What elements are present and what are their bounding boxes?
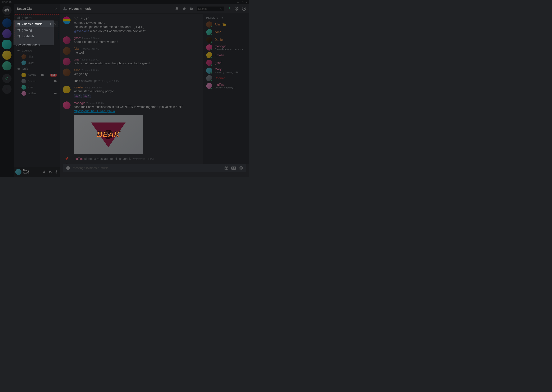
- inbox-icon[interactable]: [227, 7, 232, 11]
- gear-icon[interactable]: [54, 170, 58, 174]
- add-server-button[interactable]: +: [2, 84, 12, 94]
- avatar[interactable]: [63, 58, 71, 65]
- message-author[interactable]: moongirl: [74, 101, 85, 105]
- app-brand: DISCORD: [1, 1, 12, 3]
- voice-user-name: Katelin: [28, 73, 36, 77]
- system-author[interactable]: fiona: [74, 79, 80, 83]
- message-input-box[interactable]: GIF: [63, 164, 246, 172]
- avatar: [22, 85, 26, 90]
- reaction-count: 3: [88, 95, 89, 98]
- message-input[interactable]: [73, 166, 222, 170]
- member-item[interactable]: Allan 👑: [205, 21, 248, 28]
- status-indicator: [211, 56, 213, 59]
- member-item[interactable]: Conner: [205, 74, 248, 82]
- members-icon[interactable]: [189, 7, 194, 11]
- search-input[interactable]: [198, 7, 220, 10]
- reaction[interactable]: 👾3: [83, 94, 91, 98]
- avatar: [22, 61, 26, 65]
- message-text: the last couple eps made me so emotional…: [74, 25, 200, 29]
- message-author[interactable]: Allan: [74, 47, 80, 50]
- member-item[interactable]: muffinsListening to Spotify ▸: [205, 82, 248, 90]
- avatar[interactable]: [63, 16, 71, 24]
- voice-channels-category[interactable]: VOICE CHANNELS: [15, 41, 58, 48]
- system-text: showed up!: [80, 79, 97, 83]
- window-close-icon[interactable]: ✕: [246, 1, 248, 3]
- mute-icon[interactable]: [42, 170, 46, 174]
- invite-icon[interactable]: [50, 23, 52, 26]
- server-header[interactable]: Space City: [14, 4, 60, 14]
- voice-channel-lounge[interactable]: Lounge: [15, 48, 58, 54]
- member-item[interactable]: fiona: [205, 28, 248, 36]
- avatar[interactable]: [63, 69, 71, 76]
- chevron-down-icon: [16, 44, 18, 46]
- search-icon: [220, 7, 223, 10]
- text-channel-gaming[interactable]: gaming: [15, 27, 58, 33]
- channel-label: food-fails: [22, 35, 34, 38]
- attach-icon[interactable]: [66, 166, 70, 170]
- window-minimize-icon[interactable]: —: [237, 1, 240, 3]
- avatar[interactable]: [63, 101, 71, 109]
- help-icon[interactable]: [242, 7, 246, 11]
- system-author[interactable]: muffins: [74, 157, 83, 161]
- member-activity: Streaming Drawing ᓚᘏᗢ: [215, 71, 239, 74]
- avatar[interactable]: [63, 36, 71, 44]
- server-item-selected[interactable]: [2, 40, 12, 49]
- message-author[interactable]: gnarf: [74, 58, 80, 61]
- voice-user[interactable]: fiona: [15, 84, 58, 90]
- message-author[interactable]: Katelin: [74, 86, 83, 89]
- message-link[interactable]: https://youtu.be/OiDx6aQ928o: [74, 110, 115, 113]
- embed-title: BEAK: [97, 130, 120, 139]
- emoji-icon[interactable]: [239, 166, 243, 170]
- home-button[interactable]: [2, 6, 12, 15]
- chat-header: videos-n-music: [60, 4, 249, 14]
- member-item[interactable]: Katelin: [205, 51, 248, 59]
- member-item[interactable]: MaryStreaming Drawing ᓚᘏᗢ: [205, 67, 248, 74]
- message-text: me too!: [74, 50, 200, 55]
- deafen-icon[interactable]: [48, 170, 52, 174]
- avatar[interactable]: [63, 86, 71, 93]
- message-text: yep yep ty: [74, 72, 200, 76]
- voice-user-name: fiona: [28, 86, 33, 89]
- member-item[interactable]: Daniel: [205, 36, 248, 44]
- status-indicator: [211, 72, 213, 74]
- voice-user[interactable]: muffins: [15, 90, 58, 97]
- server-item[interactable]: [2, 61, 12, 70]
- member-item[interactable]: moongirlPlaying League of Legends ▸: [205, 44, 248, 51]
- voice-channel-dnd[interactable]: DnD: [15, 66, 58, 72]
- gift-icon[interactable]: [224, 166, 228, 170]
- message-author[interactable]: Allan: [74, 69, 80, 72]
- voice-user[interactable]: Conner: [15, 78, 58, 84]
- pin-icon[interactable]: [182, 7, 186, 11]
- voice-user[interactable]: Katelin LIVE: [15, 72, 58, 78]
- avatar: [206, 68, 212, 74]
- member-name: Conner: [215, 76, 225, 80]
- mention[interactable]: @everyone: [74, 29, 89, 33]
- server-item[interactable]: [2, 50, 12, 60]
- reaction[interactable]: 👾3: [74, 94, 82, 98]
- voice-user[interactable]: Allan: [15, 54, 58, 60]
- avatar: [206, 44, 212, 50]
- server-item[interactable]: [2, 18, 12, 28]
- status-indicator: [211, 33, 213, 35]
- voice-user[interactable]: Mary: [15, 60, 58, 66]
- explore-button[interactable]: [2, 74, 12, 83]
- avatar[interactable]: [63, 47, 71, 55]
- member-activity: Listening to Spotify ▸: [215, 86, 235, 89]
- search-box[interactable]: [197, 7, 224, 11]
- member-item[interactable]: gnarf: [205, 59, 248, 67]
- text-channel-general[interactable]: general: [15, 15, 58, 21]
- text-channel-food-fails[interactable]: food-fails: [15, 33, 58, 39]
- gif-button[interactable]: GIF: [231, 167, 236, 170]
- reactions: 👾3👾3: [74, 94, 200, 98]
- gear-icon[interactable]: [54, 23, 57, 26]
- text-channel-videos-n-music[interactable]: videos-n-music: [15, 21, 58, 27]
- bell-icon[interactable]: [175, 7, 179, 11]
- crown-icon: 👑: [222, 23, 226, 26]
- svg-point-18: [239, 166, 243, 170]
- video-embed[interactable]: BEAK: [74, 115, 143, 154]
- mentions-icon[interactable]: [235, 7, 239, 11]
- server-item[interactable]: [2, 29, 12, 38]
- window-maximize-icon[interactable]: ▢: [242, 1, 244, 3]
- avatar[interactable]: [15, 169, 22, 175]
- message-author[interactable]: gnarf: [74, 36, 80, 40]
